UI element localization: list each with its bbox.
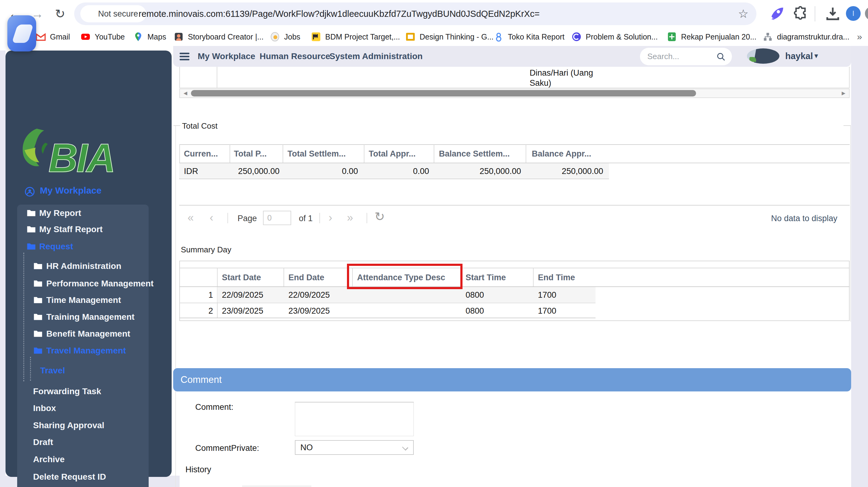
bookmark-jobs[interactable]: Jobs — [270, 28, 300, 46]
extensions-puzzle-icon[interactable] — [793, 5, 809, 22]
sidebar-item-performance-management[interactable]: Performance Management — [46, 278, 154, 290]
scroll-left-icon[interactable]: ◄ — [182, 89, 188, 97]
bookmark-design-thinking[interactable]: Design Thinking - G... — [405, 28, 493, 46]
nav-system-administration[interactable]: System Administration — [330, 46, 423, 67]
bookmark-label: Maps — [148, 32, 166, 41]
not-secure-chip[interactable]: Not secure — [80, 5, 146, 22]
cell-start-time: 0800 — [466, 306, 484, 316]
sidebar-item-sharing-approval[interactable]: Sharing Approval — [33, 419, 104, 431]
gmail-icon — [36, 32, 46, 42]
app-nav-bar: My Workplace Human Resource System Admin… — [173, 46, 851, 67]
col-header[interactable]: Total Settlem... — [287, 149, 346, 159]
bookmark-toko-kita[interactable]: Toko Kita Report — [493, 28, 564, 46]
col-header[interactable]: Balance Settlem... — [439, 149, 510, 159]
sidebar-item-travel[interactable]: Travel — [40, 364, 65, 377]
sidebar-item-training-management[interactable]: Training Management — [46, 311, 134, 323]
search-icon[interactable] — [716, 52, 726, 62]
sidebar-item-my-staff-report[interactable]: My Staff Report — [39, 223, 103, 235]
user-menu-caret-icon[interactable]: ▾ — [814, 46, 818, 67]
scroll-right-icon[interactable]: ► — [840, 89, 846, 97]
download-icon[interactable] — [825, 5, 841, 22]
last-page-icon[interactable]: » — [347, 210, 353, 225]
sidebar-item-travel-management[interactable]: Travel Management — [46, 345, 126, 357]
sidebar-item-draft[interactable]: Draft — [33, 436, 53, 448]
sidebar-section-my-workplace[interactable]: My Workplace — [40, 185, 101, 196]
bookmark-diagramstruktur[interactable]: diagramstruktur.dra... — [763, 28, 849, 46]
content-left-border — [175, 126, 176, 487]
cell-end-date: 23/09/2025 — [288, 306, 330, 316]
bookmark-storyboard[interactable]: Storyboard Creator |... — [174, 28, 264, 46]
bookmark-youtube[interactable]: YouTube — [80, 28, 125, 46]
sidebar-item-benefit-management[interactable]: Benefit Management — [46, 328, 130, 340]
search-input[interactable] — [647, 48, 712, 65]
nav-my-workplace[interactable]: My Workplace — [198, 46, 255, 67]
nav-human-resource[interactable]: Human Resource — [259, 46, 330, 67]
bookmark-bdm[interactable]: BDM Project Target,... — [311, 28, 400, 46]
sidebar-item-forwarding-task[interactable]: Forwarding Task — [33, 385, 101, 397]
bookmarks-overflow-icon[interactable]: » — [857, 28, 862, 46]
bookmark-rekap[interactable]: Rekap Penjualan 20... — [666, 28, 756, 46]
cell-end-time: 1700 — [538, 306, 556, 316]
sidebar-item-archive[interactable]: Archive — [33, 453, 65, 465]
history-table-edge — [242, 486, 311, 486]
bia-logo-text: BIA — [49, 135, 114, 181]
bookmark-label: Gmail — [50, 32, 70, 41]
toko-kita-icon — [493, 32, 504, 42]
sidebar-item-my-report[interactable]: My Report — [39, 207, 81, 219]
bookmark-gmail[interactable]: Gmail — [36, 28, 70, 46]
reload-icon[interactable]: ↻ — [51, 0, 69, 28]
col-header-end-time[interactable]: End Time — [538, 273, 575, 282]
sidebar-item-request[interactable]: Request — [39, 240, 73, 253]
cell-end-date: 22/09/2025 — [288, 290, 330, 300]
cell-start-date: 23/09/2025 — [222, 306, 263, 316]
hamburger-icon[interactable] — [180, 53, 189, 62]
horizontal-scrollbar[interactable]: ◄ ► — [179, 89, 849, 98]
user-name[interactable]: haykal — [785, 46, 813, 67]
next-page-icon[interactable]: › — [329, 210, 332, 225]
table-border — [179, 178, 609, 179]
bookmark-maps[interactable]: Maps — [133, 28, 166, 46]
bookmark-label: YouTube — [95, 32, 125, 41]
maps-pin-icon — [133, 32, 144, 42]
profile-avatar[interactable]: I — [846, 6, 861, 21]
search-box[interactable] — [640, 48, 732, 65]
row-number: 2 — [179, 306, 213, 316]
miro-icon — [311, 32, 321, 42]
col-separator — [283, 268, 284, 286]
bookmark-star-icon[interactable]: ☆ — [738, 2, 748, 25]
folder-icon — [33, 346, 43, 355]
table-border — [179, 303, 595, 303]
menu-edge-icon[interactable] — [865, 7, 868, 20]
address-bar[interactable]: Not secure remote.minovais.com:61139/Pag… — [74, 2, 756, 25]
col-header[interactable]: Curren... — [184, 149, 218, 159]
comment-textarea[interactable] — [295, 402, 414, 436]
extension-rocket-icon[interactable] — [769, 5, 785, 22]
col-header[interactable]: Total P... — [234, 149, 267, 159]
col-header-end-date[interactable]: End Date — [288, 273, 324, 282]
comment-section-header: Comment — [173, 368, 851, 391]
sidebar-item-inbox[interactable]: Inbox — [33, 402, 56, 414]
refresh-icon[interactable]: ↻ — [375, 209, 385, 224]
col-separator — [364, 144, 365, 163]
prev-page-icon[interactable]: ‹ — [210, 210, 213, 225]
col-header-start-time[interactable]: Start Time — [466, 273, 506, 282]
content-right-border — [850, 126, 851, 322]
cell-balance-settlement: 250,000.00 — [434, 167, 521, 176]
jamboard-icon — [405, 32, 415, 42]
col-header[interactable]: Total Appr... — [369, 149, 415, 159]
bookmark-problem-solution[interactable]: Problem & Solution... — [571, 28, 658, 46]
col-header[interactable]: Balance Appr... — [532, 149, 591, 159]
first-page-icon[interactable]: « — [188, 210, 194, 225]
sidebar-item-hr-administration[interactable]: HR Administration — [46, 260, 121, 272]
page-number-input[interactable] — [263, 211, 291, 225]
screenshot-tool-overlay-icon[interactable] — [7, 15, 36, 52]
folder-icon — [33, 329, 43, 338]
sidebar-item-delete-request-id[interactable]: Delete Request ID — [33, 471, 106, 483]
bookmarks-bar: Gmail YouTube Maps Storyboard Creat — [0, 28, 868, 46]
scrollbar-thumb[interactable] — [191, 90, 696, 96]
user-avatar[interactable] — [747, 48, 779, 64]
sidebar-item-time-management[interactable]: Time Management — [46, 294, 121, 306]
sidebar: BIA My Workplace My Report My Staff Repo… — [5, 51, 172, 477]
comment-private-select[interactable]: NO — [295, 440, 414, 455]
col-header-start-date[interactable]: Start Date — [222, 273, 261, 282]
